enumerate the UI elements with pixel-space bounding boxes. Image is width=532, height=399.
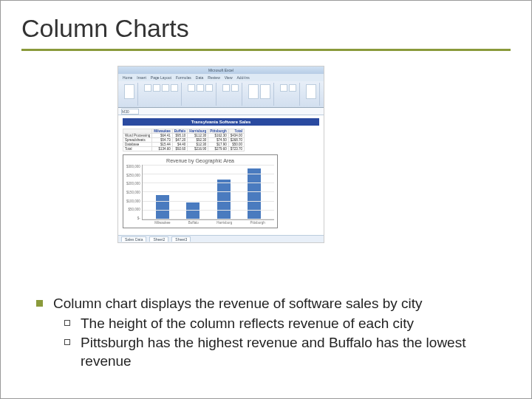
data-title: Transylvania Software Sales (123, 118, 319, 126)
ribbon-tab[interactable]: Home (123, 75, 132, 80)
bullet-hollow-square-icon (64, 320, 70, 326)
ribbon-button[interactable] (248, 84, 259, 99)
table-header: Pittsburgh (208, 129, 229, 134)
sheet-tab-bar: Sales Data Sheet2 Sheet3 (118, 235, 324, 242)
ribbon-button[interactable] (231, 84, 239, 92)
chart-bar (186, 202, 200, 219)
title-underline (21, 49, 511, 51)
table-row: Spreadsheets $54.73 $47.20 $92.30 $74.50… (123, 138, 245, 143)
ribbon-button[interactable] (289, 84, 296, 92)
ribbon-tab[interactable]: View (225, 75, 233, 80)
table-row: Word Processing $64.41 $95.10 $112.30 $1… (123, 134, 245, 138)
ribbon-button[interactable] (260, 84, 270, 99)
chart-bar (156, 195, 169, 219)
name-box[interactable]: M30 (121, 109, 139, 115)
bullet-text: The height of the column reflects revenu… (81, 315, 414, 333)
ribbon-button[interactable] (171, 84, 178, 92)
ribbon-button[interactable] (188, 84, 195, 92)
ribbon-button[interactable] (280, 84, 287, 92)
ribbon (118, 81, 324, 108)
worksheet-area: Transylvania Software Sales Milwaukee Bu… (118, 115, 324, 235)
bullet-text: Pittsburgh has the highest revenue and B… (81, 334, 511, 370)
sheet-tab[interactable]: Sales Data (121, 236, 146, 242)
formula-bar: M30 (118, 108, 324, 115)
bullet-text: Column chart displays the revenue of sof… (53, 295, 423, 313)
bullet-hollow-square-icon (64, 339, 70, 345)
ribbon-tab[interactable]: Add-Ins (237, 75, 250, 80)
ribbon-tab[interactable]: Data (196, 75, 204, 80)
chart-x-axis: Milwaukee Buffalo Harrisburg Pittsburgh (126, 220, 274, 225)
table-header: Milwaukee (152, 129, 173, 134)
ribbon-button[interactable] (162, 84, 169, 92)
ribbon-tab[interactable]: Formulas (176, 75, 191, 80)
chart-bar (217, 180, 231, 219)
ribbon-button[interactable] (306, 84, 316, 99)
chart-plot-area (142, 165, 274, 220)
ribbon-button[interactable] (153, 84, 160, 92)
ribbon-tab[interactable]: Review (208, 75, 219, 80)
paste-button[interactable] (124, 84, 134, 99)
ribbon-button[interactable] (144, 84, 151, 92)
data-table: Milwaukee Buffalo Harrisburg Pittsburgh … (123, 129, 245, 151)
bullet-square-icon (36, 300, 43, 307)
sheet-tab[interactable]: Sheet3 (171, 236, 191, 242)
chart-title: Revenue by Geographic Area (126, 158, 274, 163)
ribbon-button[interactable] (205, 84, 213, 92)
ribbon-button[interactable] (197, 84, 204, 92)
sheet-tab[interactable]: Sheet2 (149, 236, 168, 242)
ribbon-tab[interactable]: Insert (137, 75, 146, 80)
ribbon-tabs: Home Insert Page Layout Formulas Data Re… (118, 74, 324, 81)
table-row: Total $134.60 $92.60 $216.90 $279.60 $72… (123, 147, 245, 151)
slide-title: Column Charts (21, 14, 511, 49)
bullet-list: Column chart displays the revenue of sof… (21, 295, 511, 371)
ribbon-button[interactable] (222, 84, 230, 92)
excel-screenshot: Microsoft Excel Home Insert Page Layout … (117, 66, 324, 243)
chart-y-axis: $300,000 $250,000 $200,000 $150,000 $100… (126, 165, 142, 220)
chart-bar (248, 168, 261, 219)
table-header: Harrisburg (188, 129, 208, 134)
ribbon-tab[interactable]: Page Layout (151, 75, 171, 80)
table-header: Buffalo (172, 129, 188, 134)
excel-titlebar: Microsoft Excel (118, 66, 324, 74)
embedded-chart[interactable]: Revenue by Geographic Area $300,000 $250… (123, 154, 278, 228)
